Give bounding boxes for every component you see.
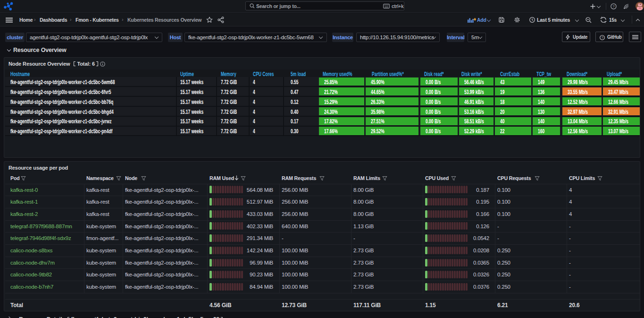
- svg-text:?: ?: [612, 4, 615, 9]
- svg-text:?: ?: [602, 36, 603, 39]
